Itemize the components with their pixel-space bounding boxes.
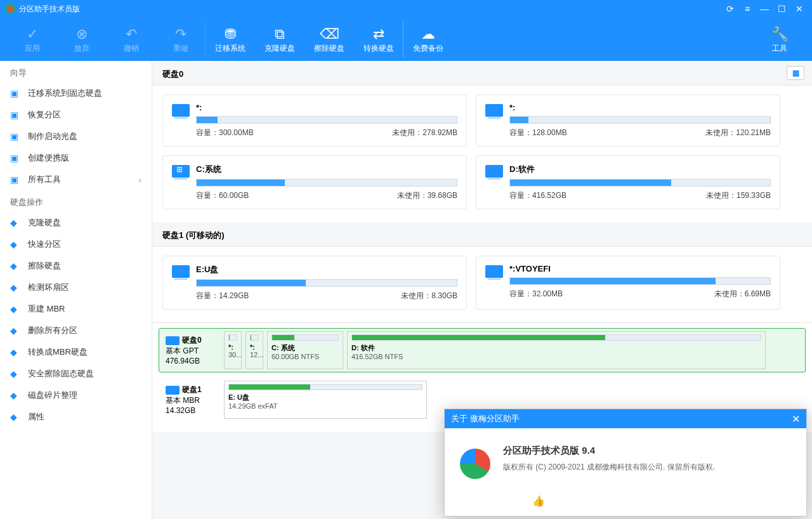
sidebar-label: 磁盘碎片整理: [28, 390, 77, 401]
sidebar-icon: ◆: [10, 239, 22, 249]
about-close-icon[interactable]: ✕: [792, 413, 800, 425]
unused-label: 未使用：39.68GB: [397, 190, 457, 201]
diskmap-segment[interactable]: *:12...: [246, 331, 263, 369]
sidebar-wizard-item[interactable]: ▣制作启动光盘: [0, 126, 152, 147]
unused-label: 未使用：278.92MB: [392, 128, 457, 138]
wipe-icon: ⌫: [320, 25, 339, 43]
about-header: 关于 傲梅分区助手 ✕: [445, 409, 806, 428]
maximize-icon[interactable]: ☐: [775, 4, 790, 14]
check-icon: ✓: [27, 25, 38, 43]
sidebar: 向导 ▣迁移系统到固态硬盘▣恢复分区▣制作启动光盘▣创建便携版▣所有工具› 硬盘…: [0, 61, 152, 519]
tools-button[interactable]: 🔧工具: [755, 20, 804, 58]
cancel-icon: ⊗: [76, 25, 88, 43]
thumbs-up-icon[interactable]: 👍: [532, 495, 545, 507]
convert-icon: ⇄: [373, 25, 384, 43]
sidebar-ops-item[interactable]: ◆重建 MBR: [0, 298, 152, 320]
seg-label: *:: [250, 343, 259, 351]
sidebar-icon: ◆: [10, 412, 22, 422]
sidebar-icon: ◆: [10, 282, 22, 292]
drive-icon: [485, 165, 503, 178]
disk-icon: [166, 386, 180, 395]
drive-icon: [485, 104, 503, 117]
sidebar-ops-item[interactable]: ◆检测坏扇区: [0, 277, 152, 298]
sidebar-wizard-item[interactable]: ▣所有工具›: [0, 169, 152, 190]
partition-card[interactable]: *:容量：128.00MB未使用：120.21MB: [476, 95, 780, 147]
sidebar-wizard-item[interactable]: ▣恢复分区: [0, 104, 152, 126]
refresh-icon[interactable]: ⟳: [723, 4, 738, 14]
sidebar-ops-item[interactable]: ◆克隆硬盘: [0, 212, 152, 233]
clone-icon: ⧉: [275, 25, 285, 43]
sidebar-icon: ▣: [10, 110, 22, 120]
partition-grid: E:U盘容量：14.29GB未使用：8.30GB*:VTOYEFI容量：32.0…: [152, 247, 812, 322]
wipe-button[interactable]: ⌫擦除硬盘: [304, 20, 354, 58]
sidebar-wizard-item[interactable]: ▣创建便携版: [0, 147, 152, 169]
sidebar-ops-item[interactable]: ◆属性: [0, 406, 152, 428]
sidebar-ops-item[interactable]: ◆磁盘碎片整理: [0, 384, 152, 406]
sidebar-icon: ◆: [10, 369, 22, 379]
seg-size: 12...: [250, 351, 259, 358]
redo-icon: ↷: [175, 25, 187, 43]
backup-button[interactable]: ☁免费备份: [403, 20, 453, 58]
about-product-name: 分区助手技术员版 9.4: [503, 445, 715, 457]
sidebar-label: 恢复分区: [28, 109, 61, 121]
sidebar-label: 删除所有分区: [28, 325, 77, 336]
capacity-label: 容量：128.00MB: [509, 128, 567, 138]
redo-button: ↷重做: [156, 20, 206, 58]
sidebar-ops-item[interactable]: ◆删除所有分区: [0, 320, 152, 341]
drive-icon: [172, 104, 190, 117]
partition-card[interactable]: D:软件容量：416.52GB未使用：159.33GB: [476, 155, 780, 209]
chevron-right-icon: ›: [139, 175, 141, 185]
partition-name: D:软件: [509, 164, 771, 175]
about-copyright: 版权所有 (C) 2009-2021 成都傲梅科技有限公司. 保留所有版权.: [503, 462, 715, 473]
drive-icon: [172, 165, 190, 178]
view-toggle-icon[interactable]: ▦: [787, 66, 804, 80]
sidebar-label: 属性: [28, 411, 44, 423]
partition-card[interactable]: *:容量：300.00MB未使用：278.92MB: [162, 95, 467, 147]
sidebar-icon: ◆: [10, 218, 22, 228]
sidebar-label: 迁移系统到固态硬盘: [28, 88, 102, 99]
seg-label: E: U盘: [228, 393, 422, 402]
seg-size: 14.29GB exFAT: [228, 402, 422, 410]
seg-label: *:: [228, 343, 237, 351]
close-icon[interactable]: ✕: [792, 4, 807, 14]
diskmap-info: 硬盘0基本 GPT476.94GB: [162, 331, 220, 369]
diskmap-row[interactable]: 硬盘0基本 GPT476.94GB*:30...*:12...C: 系统60.0…: [159, 328, 806, 372]
sidebar-ops-item[interactable]: ◆安全擦除固态硬盘: [0, 363, 152, 384]
diskmap-segment[interactable]: E: U盘14.29GB exFAT: [224, 381, 427, 419]
diskmap-segment[interactable]: D: 软件416.52GB NTFS: [347, 331, 766, 369]
sidebar-wizard-item[interactable]: ▣迁移系统到固态硬盘: [0, 82, 152, 104]
diskmap-segment[interactable]: C: 系统60.00GB NTFS: [267, 331, 343, 369]
seg-label: C: 系统: [272, 343, 339, 353]
menu-icon[interactable]: ≡: [740, 4, 755, 14]
clone-button[interactable]: ⧉克隆硬盘: [255, 20, 304, 58]
diskmap-segment[interactable]: *:30...: [224, 331, 242, 369]
sidebar-icon: ▣: [10, 153, 22, 163]
partition-name: *:VTOYEFI: [509, 264, 771, 273]
unused-label: 未使用：120.21MB: [705, 128, 771, 138]
partition-card[interactable]: C:系统容量：60.00GB未使用：39.68GB: [162, 155, 467, 209]
sidebar-ops-item[interactable]: ◆转换成MBR硬盘: [0, 341, 152, 363]
sidebar-ops-item[interactable]: ◆擦除硬盘: [0, 255, 152, 277]
sidebar-ops-item[interactable]: ◆快速分区: [0, 233, 152, 255]
usage-bar: [509, 277, 771, 285]
sidebar-label: 重建 MBR: [28, 303, 65, 315]
partition-card[interactable]: *:VTOYEFI容量：32.00MB未使用：6.69MB: [476, 256, 780, 310]
minimize-icon[interactable]: —: [757, 4, 772, 14]
discard-button: ⊗放弃: [57, 20, 107, 58]
capacity-label: 容量：60.00GB: [196, 190, 249, 201]
sidebar-label: 克隆硬盘: [28, 217, 61, 228]
partition-grid: *:容量：300.00MB未使用：278.92MB*:容量：128.00MB未使…: [152, 86, 812, 222]
sidebar-label: 快速分区: [28, 239, 61, 250]
about-dialog: 关于 傲梅分区助手 ✕ 分区助手技术员版 9.4 版权所有 (C) 2009-2…: [444, 409, 807, 516]
partition-card[interactable]: E:U盘容量：14.29GB未使用：8.30GB: [162, 256, 467, 310]
undo-button: ↶撤销: [107, 20, 156, 58]
convert-button[interactable]: ⇄转换硬盘: [354, 20, 403, 58]
migrate-button[interactable]: ⛃迁移系统: [206, 20, 255, 58]
usage-bar: [196, 279, 457, 287]
apply-button: ✓应用: [8, 20, 57, 58]
seg-label: D: 软件: [351, 343, 761, 353]
capacity-label: 容量：32.00MB: [509, 289, 563, 299]
usage-bar: [196, 179, 457, 187]
disk-header: 硬盘1 (可移动的): [152, 222, 812, 247]
sidebar-label: 制作启动光盘: [28, 131, 77, 142]
